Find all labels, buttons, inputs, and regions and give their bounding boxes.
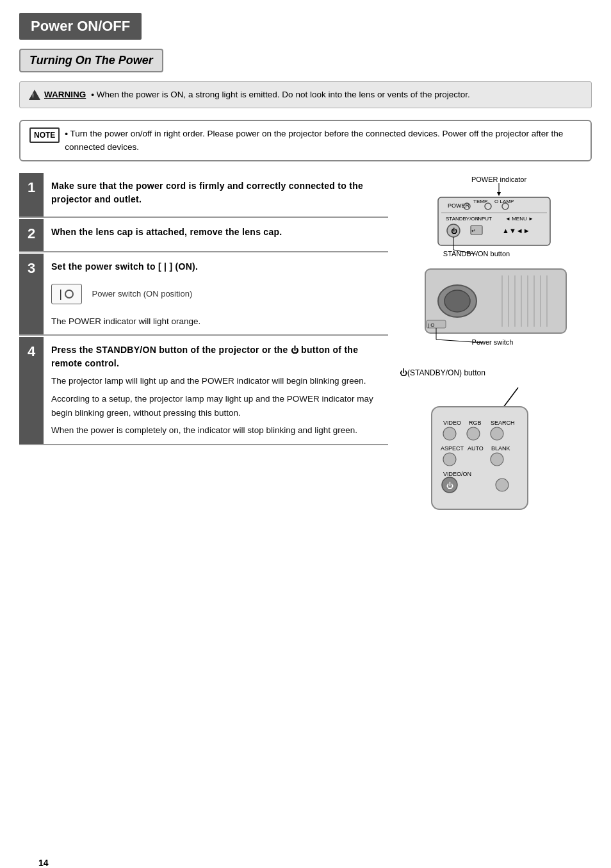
diagrams-column: POWER indicator POWER TEMP O LAMP (400, 173, 592, 518)
step-2-number: 2 (19, 219, 44, 251)
svg-point-51 (491, 453, 503, 466)
remote-control-svg: VIDEO RGB SEARCH ASPECT AUTO BLANK VIDEO… (400, 381, 560, 516)
svg-point-45 (467, 427, 480, 440)
warning-box: ! WARNING • When the power is ON, a stro… (19, 81, 592, 108)
step-3-body: The POWER indicator will light orange. (51, 315, 380, 329)
svg-point-50 (443, 453, 456, 466)
switch-off-icon (65, 290, 74, 299)
step-1-content: Make sure that the power cord is firmly … (44, 173, 388, 217)
svg-text:RGB: RGB (469, 420, 482, 426)
svg-text:| O: | O (428, 322, 435, 328)
warning-text: • When the power is ON, a strong light i… (91, 88, 470, 101)
projector-top-svg: POWER indicator POWER TEMP O LAMP (400, 173, 585, 352)
svg-text:AUTO: AUTO (468, 445, 484, 452)
warning-triangle-icon: ! (29, 90, 40, 100)
svg-text:◄ MENU ►: ◄ MENU ► (505, 216, 534, 222)
section-title: Turning On The Power (19, 49, 163, 72)
step-3-number: 3 (19, 254, 44, 335)
svg-point-24 (444, 290, 470, 312)
svg-text:TEMP: TEMP (473, 199, 487, 204)
remote-standby-label: ⏻(STANDBY/ON) button (400, 368, 592, 377)
step-4-body: The projector lamp will light up and the… (51, 374, 380, 437)
svg-text:VIDEO/ON: VIDEO/ON (443, 471, 471, 477)
svg-point-55 (496, 479, 509, 491)
svg-point-44 (443, 427, 456, 440)
main-content: 1 Make sure that the power cord is firml… (19, 173, 592, 518)
step-2-title: When the lens cap is attached, remove th… (51, 225, 380, 239)
svg-text:VIDEO: VIDEO (443, 420, 461, 426)
svg-text:SEARCH: SEARCH (491, 420, 515, 426)
page-header: Power ON/OFF (19, 13, 142, 40)
page-number: 14 (38, 858, 49, 868)
step-4: 4 Press the STANDBY/ON button of the pro… (19, 337, 388, 445)
step-4-title: Press the STANDBY/ON button of the proje… (51, 343, 380, 370)
projector-top-diagram: POWER indicator POWER TEMP O LAMP (400, 173, 592, 354)
step-4-number: 4 (19, 337, 44, 443)
svg-text:BLANK: BLANK (491, 445, 510, 452)
step-1: 1 Make sure that the power cord is firml… (19, 173, 388, 218)
svg-point-46 (491, 427, 503, 440)
step-4-body-line-1: The projector lamp will light up and the… (51, 374, 380, 388)
svg-text:⏻: ⏻ (446, 482, 453, 489)
svg-text:INPUT: INPUT (477, 216, 492, 222)
step-4-body-line-2: According to a setup, the projector lamp… (51, 392, 380, 420)
switch-label: Power switch (ON position) (92, 289, 193, 299)
svg-text:STANDBY/ON button: STANDBY/ON button (443, 250, 510, 258)
svg-text:STANDBY/ON: STANDBY/ON (446, 216, 479, 222)
warning-label: WARNING (44, 88, 86, 101)
svg-text:▲▼◄►: ▲▼◄► (502, 227, 530, 234)
note-text: • Turn the power on/off in right order. … (65, 127, 582, 154)
step-3-content: Set the power switch to [ | ] (ON). | Po… (44, 254, 388, 335)
svg-text:POWER indicator: POWER indicator (471, 176, 527, 183)
power-switch-diagram: | (51, 284, 82, 304)
step-2-content: When the lens cap is attached, remove th… (44, 219, 388, 251)
svg-text:↵: ↵ (471, 228, 476, 234)
note-label: NOTE (29, 127, 60, 143)
remote-section: ⏻(STANDBY/ON) button VIDEO RGB SEARCH (400, 368, 592, 518)
steps-column: 1 Make sure that the power cord is firml… (19, 173, 388, 518)
note-box: NOTE • Turn the power on/off in right or… (19, 120, 592, 161)
step-3-title: Set the power switch to [ | ] (ON). (51, 260, 380, 274)
switch-on-icon: | (60, 288, 62, 300)
step-2: 2 When the lens cap is attached, remove … (19, 219, 388, 252)
step-1-number: 1 (19, 173, 44, 217)
svg-text:ASPECT: ASPECT (441, 445, 464, 452)
svg-text:⏻: ⏻ (451, 227, 457, 234)
step-4-body-line-3: When the power is completely on, the ind… (51, 423, 380, 438)
svg-marker-2 (497, 192, 501, 196)
step-4-content: Press the STANDBY/ON button of the proje… (44, 337, 388, 443)
step-1-title: Make sure that the power cord is firmly … (51, 179, 380, 206)
step-3: 3 Set the power switch to [ | ] (ON). | … (19, 254, 388, 336)
